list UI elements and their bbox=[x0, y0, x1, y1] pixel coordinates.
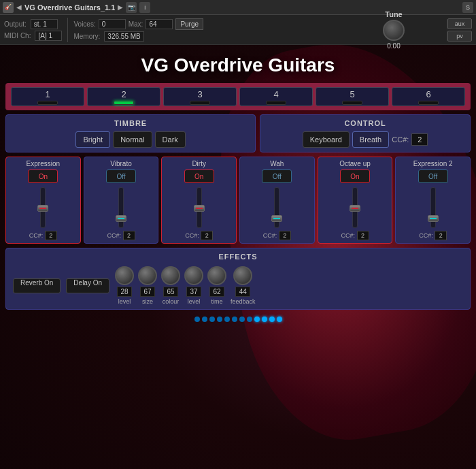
ctrl-box-wah: Wah Off CC#: 2 bbox=[239, 157, 315, 244]
tune-label: Tune bbox=[385, 10, 402, 18]
knob-feedback-5[interactable] bbox=[233, 266, 252, 285]
channel-btn-3[interactable]: 3 bbox=[163, 87, 237, 106]
progress-dot-7 bbox=[247, 317, 252, 322]
channel-indicator-3 bbox=[190, 101, 210, 105]
knob-item-size-1: 67 size bbox=[138, 266, 157, 305]
fader-handle-0[interactable] bbox=[37, 205, 48, 212]
ctrl-cc-1: CC#: 2 bbox=[107, 231, 135, 240]
reverb-button[interactable]: Reverb On bbox=[13, 278, 61, 293]
timbre-btn-bright[interactable]: Bright bbox=[75, 131, 110, 148]
controls-grid: Expression On CC#: 2 Vibrato Off CC#: 2 … bbox=[5, 157, 471, 244]
channel-btn-5[interactable]: 5 bbox=[316, 87, 389, 106]
max-value: 64 bbox=[146, 19, 173, 29]
fader-track-2 bbox=[197, 187, 202, 228]
knob-val-0: 28 bbox=[117, 287, 132, 297]
voices-label: Voices: bbox=[73, 20, 95, 28]
channel-btn-1[interactable]: 1 bbox=[11, 87, 84, 106]
progress-dot-2 bbox=[209, 317, 215, 322]
channel-indicator-6 bbox=[418, 101, 439, 105]
fader-handle-3[interactable] bbox=[271, 215, 282, 222]
purge-button[interactable]: Purge bbox=[175, 18, 203, 30]
channel-indicator-4 bbox=[266, 101, 286, 105]
knob-item-time-4: 62 time bbox=[207, 266, 226, 305]
ctrl-cc-val-3[interactable]: 2 bbox=[279, 231, 291, 240]
ctrl-state-5[interactable]: Off bbox=[418, 169, 448, 183]
ctrl-box-octave-up: Octave up On CC#: 2 bbox=[318, 157, 393, 244]
midi-value[interactable]: [A] 1 bbox=[35, 31, 62, 41]
aux-button[interactable]: aux bbox=[447, 18, 472, 29]
pv-button[interactable]: pv bbox=[447, 31, 472, 42]
ctrl-cc-val-5[interactable]: 2 bbox=[435, 231, 447, 240]
knob-val-1: 67 bbox=[140, 287, 155, 297]
ctrl-name-5: Expression 2 bbox=[413, 160, 453, 167]
memory-label: Memory: bbox=[73, 33, 100, 40]
ctrl-cc-4: CC#: 2 bbox=[341, 231, 369, 240]
output-value[interactable]: st. 1 bbox=[31, 19, 58, 29]
control-cc-value[interactable]: 2 bbox=[411, 133, 428, 146]
control-btn-breath[interactable]: Breath bbox=[352, 131, 389, 148]
knob-level-3[interactable] bbox=[184, 266, 203, 285]
timbre-control-row: TIMBRE BrightNormalDark CONTROL Keyboard… bbox=[5, 114, 471, 152]
knob-time-4[interactable] bbox=[207, 266, 226, 285]
ctrl-state-0[interactable]: On bbox=[28, 169, 58, 183]
control-cc-label: CC#: bbox=[392, 135, 409, 144]
knob-label-3: level bbox=[188, 298, 201, 305]
ctrl-cc-5: CC#: 2 bbox=[419, 231, 447, 240]
knob-label-4: time bbox=[211, 298, 223, 305]
control-cc-display: CC#: 2 bbox=[392, 131, 428, 148]
ctrl-cc-val-0[interactable]: 2 bbox=[45, 231, 57, 240]
effects-section: EFFECTS Reverb On Delay On 28 level 67 s… bbox=[5, 248, 471, 310]
progress-bar bbox=[0, 314, 476, 325]
channel-indicator-5 bbox=[342, 101, 362, 105]
tune-knob[interactable] bbox=[383, 20, 405, 41]
progress-dot-5 bbox=[232, 317, 237, 322]
progress-dot-0 bbox=[194, 317, 200, 322]
timbre-btn-normal[interactable]: Normal bbox=[113, 131, 152, 148]
delay-button[interactable]: Delay On bbox=[66, 278, 109, 293]
knob-size-1[interactable] bbox=[138, 266, 157, 285]
knob-item-level-0: 28 level bbox=[115, 266, 134, 305]
info-button[interactable]: i bbox=[139, 2, 150, 13]
knob-item-level-3: 37 level bbox=[184, 266, 203, 305]
knob-label-5: feedback bbox=[231, 298, 256, 305]
ctrl-cc-val-4[interactable]: 2 bbox=[357, 231, 369, 240]
knob-label-0: level bbox=[118, 298, 131, 305]
fader-handle-5[interactable] bbox=[428, 215, 439, 222]
ctrl-cc-label-3: CC#: bbox=[263, 232, 277, 239]
knob-colour-2[interactable] bbox=[161, 266, 180, 285]
ctrl-state-4[interactable]: On bbox=[340, 169, 370, 183]
channel-btn-6[interactable]: 6 bbox=[392, 87, 465, 106]
ctrl-cc-val-2[interactable]: 2 bbox=[201, 231, 213, 240]
timbre-buttons: BrightNormalDark bbox=[12, 131, 250, 148]
timbre-btn-dark[interactable]: Dark bbox=[155, 131, 186, 148]
nav-prev[interactable]: ◀ bbox=[16, 3, 22, 11]
progress-dot-9 bbox=[262, 317, 267, 322]
fader-track-0 bbox=[40, 187, 46, 228]
knob-val-4: 62 bbox=[209, 287, 224, 297]
ctrl-cc-label-2: CC#: bbox=[185, 232, 199, 239]
camera-button[interactable]: 📷 bbox=[126, 2, 137, 13]
fader-handle-4[interactable] bbox=[350, 205, 360, 212]
channel-section: 1 2 3 4 5 6 bbox=[5, 83, 471, 110]
fader-handle-2[interactable] bbox=[194, 205, 205, 212]
channel-btn-4[interactable]: 4 bbox=[239, 87, 313, 106]
ctrl-state-1[interactable]: Off bbox=[106, 169, 136, 183]
ctrl-state-3[interactable]: Off bbox=[262, 169, 292, 183]
knob-label-1: size bbox=[142, 298, 153, 305]
midi-label: MIDI Ch: bbox=[4, 32, 31, 39]
channel-btn-2[interactable]: 2 bbox=[87, 87, 160, 106]
control-btn-keyboard[interactable]: Keyboard bbox=[303, 131, 350, 148]
knob-label-2: colour bbox=[163, 298, 180, 305]
ctrl-cc-label-4: CC#: bbox=[341, 232, 355, 239]
fader-track-1 bbox=[118, 187, 124, 228]
ctrl-cc-val-1[interactable]: 2 bbox=[123, 231, 135, 240]
nav-next[interactable]: ▶ bbox=[118, 3, 123, 11]
timbre-title: TIMBRE bbox=[12, 119, 250, 127]
knob-item-feedback-5: 44 feedback bbox=[231, 266, 256, 305]
progress-dot-11 bbox=[277, 317, 282, 322]
knob-level-0[interactable] bbox=[115, 266, 134, 285]
s-button[interactable]: S bbox=[462, 2, 473, 13]
fader-handle-1[interactable] bbox=[116, 215, 126, 222]
control-buttons: KeyboardBreathCC#: 2 bbox=[266, 131, 464, 148]
ctrl-state-2[interactable]: On bbox=[184, 169, 214, 183]
